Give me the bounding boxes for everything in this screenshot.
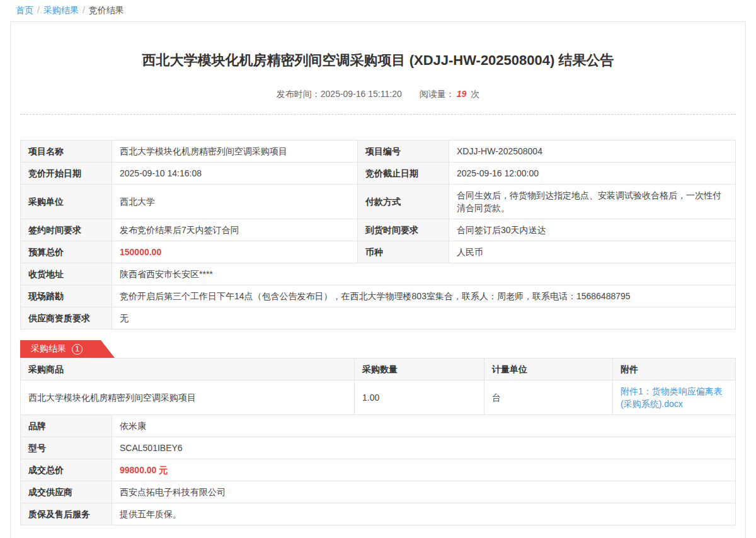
breadcrumb-home-link[interactable]: 首页 bbox=[16, 5, 33, 15]
table-row: 成交供应商 西安点拓电子科技有限公司 bbox=[21, 481, 736, 503]
read-count-value: 19 bbox=[457, 89, 467, 99]
label-site-survey: 现场踏勘 bbox=[21, 285, 112, 307]
result-badge-number: 1 bbox=[72, 344, 83, 355]
result-badge-label: 采购结果 bbox=[31, 343, 66, 355]
label-delivery-time: 到货时间要求 bbox=[358, 219, 449, 241]
table-row: 竞价开始日期 2025-09-10 14:16:08 竞价截止日期 2025-0… bbox=[21, 163, 736, 185]
label-winning-supplier: 成交供应商 bbox=[21, 481, 112, 503]
value-product-name: 西北大学模块化机房精密列间空调采购项目 bbox=[21, 381, 355, 415]
label-supplier-qualification: 供应商资质要求 bbox=[21, 307, 112, 329]
table-row: 现场踏勘 竞价开启后第三个工作日下午14点（包含公告发布日），在西北大学物理楼8… bbox=[21, 285, 736, 307]
value-deal-price: 99800.00 元 bbox=[112, 459, 736, 481]
table-row: 采购单位 西北大学 付款方式 合同生效后，待货物到达指定地点、安装调试验收合格后… bbox=[21, 185, 736, 219]
result-section-badge: 采购结果 1 bbox=[20, 340, 115, 358]
result-product-table: 采购商品 采购数量 计量单位 附件 西北大学模块化机房精密列间空调采购项目 1.… bbox=[20, 358, 736, 415]
table-row: 西北大学模块化机房精密列间空调采购项目 1.00 台 附件1：货物类响应偏离表(… bbox=[21, 381, 736, 415]
table-row: 质保及售后服务 提供五年质保。 bbox=[21, 503, 736, 525]
label-model: 型号 bbox=[21, 437, 112, 459]
label-brand: 品牌 bbox=[21, 415, 112, 437]
label-budget: 预算总价 bbox=[21, 241, 112, 263]
read-count-unit: 次 bbox=[471, 89, 479, 99]
label-bid-start: 竞价开始日期 bbox=[21, 163, 112, 185]
breadcrumb: 首页/采购结果/竞价结果 bbox=[0, 0, 756, 20]
value-bid-end: 2025-09-16 12:00:00 bbox=[449, 163, 736, 185]
table-row: 品牌 依米康 bbox=[21, 415, 736, 437]
value-address: 陕西省西安市长安区**** bbox=[112, 263, 736, 285]
header-product: 采购商品 bbox=[21, 358, 355, 381]
table-row: 型号 SCAL501IBEY6 bbox=[21, 437, 736, 459]
publish-time-value: 2025-09-16 15:11:20 bbox=[321, 89, 402, 99]
value-brand: 依米康 bbox=[112, 415, 736, 437]
value-warranty: 提供五年质保。 bbox=[112, 503, 736, 525]
read-count-label: 阅读量： bbox=[420, 89, 455, 99]
value-sign-time: 发布竞价结果后7天内签订合同 bbox=[112, 219, 358, 241]
value-purchaser: 西北大学 bbox=[112, 185, 358, 219]
label-address: 收货地址 bbox=[21, 263, 112, 285]
table-row: 供应商资质要求 无 bbox=[21, 307, 736, 329]
value-payment: 合同生效后，待货物到达指定地点、安装调试验收合格后，一次性付清合同货款。 bbox=[449, 185, 736, 219]
announcement-card: 西北大学模块化机房精密列间空调采购项目 (XDJJ-HW-202508004) … bbox=[10, 21, 746, 538]
value-supplier-qualification: 无 bbox=[112, 307, 736, 329]
result-detail-table: 品牌 依米康 型号 SCAL501IBEY6 成交总价 99800.00 元 成… bbox=[20, 415, 736, 525]
value-delivery-time: 合同签订后30天内送达 bbox=[449, 219, 736, 241]
table-row: 项目名称 西北大学模块化机房精密列间空调采购项目 项目编号 XDJJ-HW-20… bbox=[21, 140, 736, 163]
attachment-link[interactable]: 附件1：货物类响应偏离表(采购系统).docx bbox=[621, 386, 723, 409]
value-project-name: 西北大学模块化机房精密列间空调采购项目 bbox=[112, 140, 358, 163]
value-winning-supplier: 西安点拓电子科技有限公司 bbox=[112, 481, 736, 503]
label-project-code: 项目编号 bbox=[358, 140, 449, 163]
header-unit: 计量单位 bbox=[484, 358, 613, 381]
label-deal-price: 成交总价 bbox=[21, 459, 112, 481]
value-model: SCAL501IBEY6 bbox=[112, 437, 736, 459]
value-bid-start: 2025-09-10 14:16:08 bbox=[112, 163, 358, 185]
publish-time-label: 发布时间： bbox=[277, 89, 321, 99]
table-row: 收货地址 陕西省西安市长安区**** bbox=[21, 263, 736, 285]
value-site-survey: 竞价开启后第三个工作日下午14点（包含公告发布日），在西北大学物理楼803室集合… bbox=[112, 285, 736, 307]
breadcrumb-separator: / bbox=[37, 5, 40, 15]
table-row: 成交总价 99800.00 元 bbox=[21, 459, 736, 481]
label-project-name: 项目名称 bbox=[21, 140, 112, 163]
breadcrumb-separator: / bbox=[83, 5, 85, 15]
value-unit: 台 bbox=[484, 381, 613, 415]
value-project-code: XDJJ-HW-202508004 bbox=[449, 140, 736, 163]
label-purchaser: 采购单位 bbox=[21, 185, 112, 219]
header-attachment: 附件 bbox=[613, 358, 736, 381]
value-currency: 人民币 bbox=[449, 241, 736, 263]
publish-meta: 发布时间：2025-09-16 15:11:20阅读量：19 次 bbox=[20, 89, 736, 100]
value-budget: 150000.00 bbox=[112, 241, 358, 263]
label-bid-end: 竞价截止日期 bbox=[358, 163, 449, 185]
divider bbox=[20, 114, 736, 115]
table-header-row: 采购商品 采购数量 计量单位 附件 bbox=[21, 358, 736, 381]
header-quantity: 采购数量 bbox=[355, 358, 484, 381]
label-payment: 付款方式 bbox=[358, 185, 449, 219]
page-title: 西北大学模块化机房精密列间空调采购项目 (XDJJ-HW-202508004) … bbox=[20, 51, 736, 70]
breadcrumb-results-link[interactable]: 采购结果 bbox=[43, 5, 79, 15]
label-sign-time: 签约时间要求 bbox=[21, 219, 112, 241]
breadcrumb-current: 竞价结果 bbox=[89, 5, 124, 15]
label-warranty: 质保及售后服务 bbox=[21, 503, 112, 525]
value-quantity: 1.00 bbox=[355, 381, 484, 415]
table-row: 签约时间要求 发布竞价结果后7天内签订合同 到货时间要求 合同签订后30天内送达 bbox=[21, 219, 736, 241]
table-row: 预算总价 150000.00 币种 人民币 bbox=[21, 241, 736, 263]
project-info-table: 项目名称 西北大学模块化机房精密列间空调采购项目 项目编号 XDJJ-HW-20… bbox=[20, 140, 736, 329]
label-currency: 币种 bbox=[358, 241, 449, 263]
